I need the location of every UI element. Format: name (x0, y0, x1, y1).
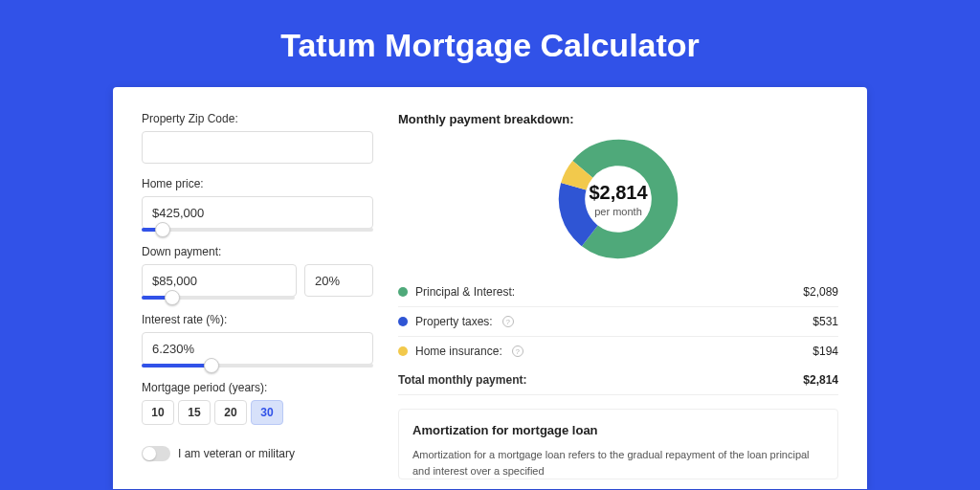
legend-value: $194 (813, 345, 838, 358)
veteran-toggle-label: I am veteran or military (178, 447, 295, 460)
down-payment-slider[interactable] (142, 296, 295, 300)
legend-label: Home insurance: (415, 345, 502, 358)
home-price-field-group: Home price: (142, 177, 373, 232)
interest-rate-field-group: Interest rate (%): (142, 313, 373, 368)
calculator-card: Property Zip Code: Home price: Down paym… (113, 87, 867, 489)
legend-label: Principal & Interest: (415, 285, 515, 299)
legend-list: Principal & Interest:$2,089Property taxe… (398, 278, 838, 366)
legend-total-value: $2,814 (803, 373, 838, 387)
period-button-30[interactable]: 30 (251, 400, 283, 425)
down-payment-field-group: Down payment: (142, 245, 373, 300)
legend-row: Property taxes:?$531 (398, 307, 838, 337)
veteran-toggle-row: I am veteran or military (142, 446, 373, 461)
legend-row: Home insurance:?$194 (398, 337, 838, 366)
legend-value: $531 (813, 315, 838, 328)
veteran-toggle[interactable] (142, 446, 170, 461)
interest-rate-input[interactable] (142, 332, 373, 365)
period-button-20[interactable]: 20 (214, 400, 247, 425)
info-icon[interactable]: ? (502, 316, 514, 327)
home-price-slider-thumb[interactable] (155, 222, 170, 237)
legend-dot-icon (398, 346, 408, 356)
interest-rate-slider-thumb[interactable] (204, 358, 219, 373)
period-label: Mortgage period (years): (142, 381, 373, 394)
interest-rate-slider[interactable] (142, 364, 373, 368)
donut-center: $2,814 per month (557, 138, 679, 260)
amortization-box: Amortization for mortgage loan Amortizat… (398, 409, 838, 479)
donut-chart: $2,814 per month (557, 138, 679, 260)
amortization-title: Amortization for mortgage loan (412, 423, 824, 437)
legend-value: $2,089 (803, 285, 838, 299)
interest-rate-label: Interest rate (%): (142, 313, 373, 326)
interest-rate-slider-fill (142, 364, 212, 368)
period-button-15[interactable]: 15 (178, 400, 211, 425)
veteran-toggle-knob (143, 447, 156, 460)
legend-label: Property taxes: (415, 315, 493, 328)
period-button-10[interactable]: 10 (142, 400, 174, 425)
down-payment-slider-thumb[interactable] (165, 290, 180, 305)
inputs-column: Property Zip Code: Home price: Down paym… (142, 112, 373, 489)
home-price-label: Home price: (142, 177, 373, 190)
period-button-group: 10152030 (142, 400, 373, 425)
down-payment-amount-input[interactable] (142, 264, 297, 297)
down-payment-label: Down payment: (142, 245, 373, 258)
zip-field-group: Property Zip Code: (142, 112, 373, 164)
home-price-input[interactable] (142, 196, 373, 229)
down-payment-percent-input[interactable] (304, 264, 373, 297)
donut-sub: per month (594, 206, 642, 217)
home-price-slider[interactable] (142, 228, 373, 232)
legend-total-row: Total monthly payment: $2,814 (398, 366, 838, 395)
zip-label: Property Zip Code: (142, 112, 373, 125)
legend-total-label: Total monthly payment: (398, 373, 526, 387)
donut-chart-wrap: $2,814 per month (398, 138, 838, 260)
legend-dot-icon (398, 287, 408, 297)
amortization-text: Amortization for a mortgage loan refers … (412, 447, 824, 479)
donut-amount: $2,814 (589, 182, 647, 204)
period-field-group: Mortgage period (years): 10152030 (142, 381, 373, 425)
page-title: Tatum Mortgage Calculator (0, 0, 980, 87)
breakdown-title: Monthly payment breakdown: (398, 112, 838, 126)
info-icon[interactable]: ? (512, 345, 523, 357)
zip-input[interactable] (142, 131, 373, 164)
breakdown-column: Monthly payment breakdown: $2,814 per mo… (398, 112, 838, 489)
legend-dot-icon (398, 317, 408, 326)
legend-row: Principal & Interest:$2,089 (398, 278, 838, 307)
